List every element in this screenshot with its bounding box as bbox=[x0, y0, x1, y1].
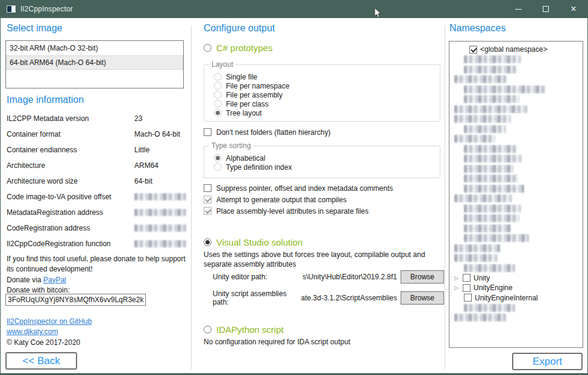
close-button[interactable]: × bbox=[560, 0, 587, 18]
info-value: 64-bit bbox=[134, 177, 152, 185]
minimize-button[interactable] bbox=[504, 0, 532, 18]
idapython-label: IDAPython script bbox=[216, 324, 284, 335]
unity-editor-browse-button[interactable]: Browse bbox=[401, 270, 444, 284]
namespace-list[interactable]: <global namespace>▷Unity▷UnityEngineUnit… bbox=[449, 41, 583, 348]
namespace-item-redacted bbox=[449, 214, 583, 224]
image-list-item[interactable]: 64-bit ARM64 (Mach-O 64-bit) bbox=[6, 55, 183, 70]
namespace-item[interactable]: <global namespace> bbox=[449, 45, 583, 55]
namespace-label: <global namespace> bbox=[480, 45, 547, 54]
namespace-checkbox[interactable] bbox=[469, 46, 477, 54]
radio-option-label: Tree layout bbox=[226, 109, 262, 117]
info-rows: IL2CPP Metadata version23Container forma… bbox=[7, 111, 187, 252]
redacted-namespace bbox=[454, 254, 498, 262]
select-image-header: Select image bbox=[7, 23, 63, 34]
namespace-checkbox[interactable] bbox=[463, 284, 471, 292]
info-label: Architecture word size bbox=[7, 177, 134, 185]
donate-via-prefix: Donate via bbox=[7, 276, 43, 284]
namespace-item[interactable]: UnityEngineInternal bbox=[449, 293, 583, 303]
expander-icon[interactable]: ▷ bbox=[453, 275, 460, 281]
window-title: Il2CppInspector bbox=[20, 5, 73, 13]
info-value-redacted bbox=[134, 193, 186, 200]
option-checkbox-label: Attempt to generate output that compiles bbox=[216, 196, 346, 204]
redacted-namespace bbox=[454, 75, 507, 83]
export-button[interactable]: Export bbox=[512, 353, 583, 370]
idapython-radio[interactable]: IDAPython script bbox=[204, 323, 284, 336]
flatten-checkbox-row[interactable]: Don't nest folders (flatten hierarchy) bbox=[204, 126, 331, 138]
redacted-namespace bbox=[464, 55, 521, 63]
image-list-item[interactable]: 32-bit ARM (Mach-O 32-bit) bbox=[6, 41, 183, 55]
copyright-text: © Katy Coe 2017-2020 bbox=[7, 338, 80, 347]
layout-groupbox: Layout Single fileFile per namespaceFile… bbox=[204, 64, 440, 122]
column-divider-left bbox=[191, 25, 192, 370]
bitcoin-address-input[interactable] bbox=[5, 294, 146, 306]
visual-studio-label: Visual Studio solution bbox=[216, 237, 302, 247]
namespace-item-redacted bbox=[449, 114, 583, 125]
expander-icon[interactable]: ▷ bbox=[453, 285, 460, 291]
info-value: 23 bbox=[134, 114, 142, 123]
radio-option-label: File per namespace bbox=[226, 82, 289, 90]
back-button[interactable]: << Back bbox=[5, 352, 77, 370]
namespace-checkbox[interactable] bbox=[463, 274, 471, 282]
namespace-item-redacted bbox=[449, 263, 583, 273]
website-link[interactable]: www.djkaty.com bbox=[7, 327, 58, 336]
github-link[interactable]: Il2CppInspector on GitHub bbox=[7, 317, 92, 326]
unity-script-path-row: Unity script assemblies path: ate.3d-3.1… bbox=[213, 290, 444, 306]
info-row: ArchitectureARM64 bbox=[7, 158, 187, 173]
configure-output-header: Configure output bbox=[204, 23, 275, 34]
namespace-item-redacted bbox=[449, 243, 583, 253]
namespace-item-redacted bbox=[449, 184, 583, 194]
radio-option[interactable]: Tree layout bbox=[214, 108, 440, 117]
namespace-item-redacted bbox=[449, 313, 583, 323]
unity-editor-path-row: Unity editor path: s\Unity\Hub\Editor\20… bbox=[213, 270, 444, 284]
radio-option[interactable]: File per assembly bbox=[214, 90, 440, 99]
radio-icon bbox=[214, 73, 222, 81]
image-list[interactable]: 32-bit ARM (Mach-O 32-bit)64-bit ARM64 (… bbox=[5, 40, 184, 88]
radio-option[interactable]: Type definition index bbox=[214, 163, 440, 172]
radio-option[interactable]: Alphabetical bbox=[214, 153, 440, 163]
radio-option[interactable]: File per namespace bbox=[214, 81, 440, 90]
namespace-item-redacted bbox=[449, 203, 583, 214]
namespace-item-redacted bbox=[449, 124, 583, 134]
window-controls: × bbox=[504, 0, 587, 18]
radio-icon bbox=[214, 91, 222, 99]
visual-studio-radio[interactable]: Visual Studio solution bbox=[204, 235, 302, 249]
namespace-item[interactable]: ▷Unity bbox=[449, 273, 583, 284]
titlebar: Il2CppInspector × bbox=[1, 0, 587, 18]
radio-icon bbox=[214, 100, 222, 108]
option-checkbox-row[interactable]: Suppress pointer, offset and index metad… bbox=[204, 182, 393, 194]
unity-script-path-label: Unity script assemblies path: bbox=[213, 290, 300, 306]
namespace-item[interactable]: ▷UnityEngine bbox=[449, 283, 583, 293]
radio-option[interactable]: Single file bbox=[214, 72, 440, 81]
info-value: Mach-O 64-bit bbox=[134, 130, 180, 138]
layout-options: Single fileFile per namespaceFile per as… bbox=[204, 65, 440, 117]
idapython-description: No configuration required for IDA script… bbox=[204, 337, 440, 347]
unity-script-browse-button[interactable]: Browse bbox=[401, 291, 444, 305]
option-checkbox-row[interactable]: Place assembly-level attributes in separ… bbox=[204, 205, 393, 217]
namespace-item-redacted bbox=[449, 84, 583, 95]
csharp-prototypes-radio[interactable]: C# prototypes bbox=[204, 41, 272, 54]
maximize-button[interactable] bbox=[532, 0, 560, 18]
redacted-namespace bbox=[464, 66, 517, 73]
redacted-namespace bbox=[464, 234, 529, 242]
info-value: ARM64 bbox=[134, 161, 158, 170]
donate-text: If you find this tool useful, please don… bbox=[7, 254, 190, 296]
namespace-label: UnityEngineInternal bbox=[475, 294, 538, 302]
namespace-item-redacted bbox=[449, 234, 583, 244]
minimize-icon bbox=[515, 9, 522, 10]
namespace-item-redacted bbox=[449, 164, 583, 174]
namespace-item-redacted bbox=[449, 174, 583, 184]
checkbox-icon bbox=[204, 196, 211, 203]
radio-option[interactable]: File per class bbox=[214, 99, 440, 108]
namespace-label: Unity bbox=[474, 274, 490, 282]
redacted-namespace bbox=[464, 155, 522, 163]
radio-icon bbox=[204, 44, 211, 52]
info-value-redacted bbox=[134, 225, 186, 232]
info-label: Code image-to-VA positive offset bbox=[7, 193, 134, 201]
donate-intro: If you find this tool useful, please don… bbox=[7, 255, 186, 273]
namespace-checkbox[interactable] bbox=[464, 294, 472, 302]
info-label: CodeRegistration address bbox=[7, 224, 134, 232]
option-checkbox-row[interactable]: Attempt to generate output that compiles bbox=[204, 194, 393, 205]
paypal-link[interactable]: PayPal bbox=[43, 276, 66, 284]
redacted-namespace bbox=[464, 304, 515, 312]
namespace-item-redacted bbox=[449, 253, 583, 264]
